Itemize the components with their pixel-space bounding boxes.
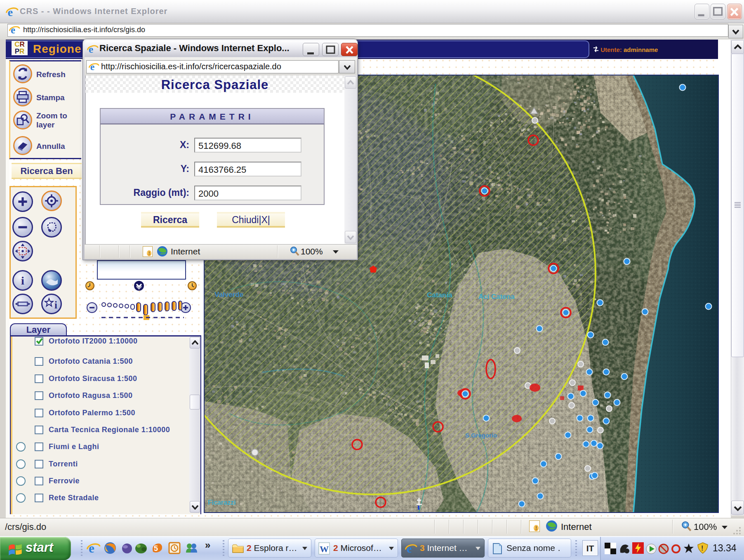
svg-text:Valverde: Valverde [214,291,243,299]
svg-text:e: e [89,541,94,555]
svg-text:Aci Catena: Aci Catena [478,293,515,301]
svg-text:Ficarazzi: Ficarazzi [208,499,236,506]
svg-text:!: ! [701,544,704,552]
svg-text:W: W [320,544,329,554]
svg-text:5: 5 [154,544,158,553]
svg-text:e: e [90,61,95,72]
svg-text:i: i [54,299,57,311]
svg-text:i: i [21,274,24,287]
svg-text:Catania: Catania [427,291,452,299]
svg-text:e: e [89,43,93,55]
svg-text:e: e [8,6,13,18]
svg-text:S.Gregorio: S.Gregorio [465,432,497,439]
svg-text:e: e [11,24,15,35]
svg-text:e: e [407,543,412,555]
